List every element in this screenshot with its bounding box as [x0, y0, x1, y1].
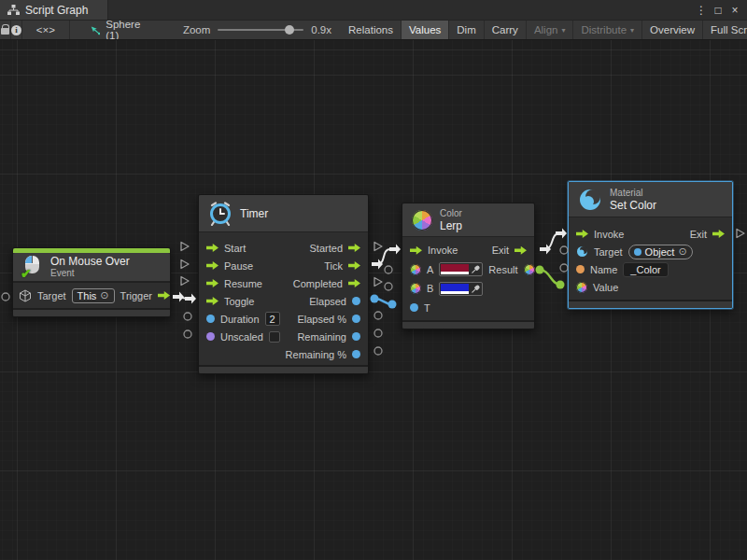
- port-label-invoke: Invoke: [428, 245, 458, 256]
- color-a-swatch[interactable]: [441, 264, 469, 274]
- port-triangle[interactable]: [181, 260, 189, 269]
- wire-tick-to-invoke[interactable]: [377, 249, 390, 264]
- port-circle[interactable]: [560, 246, 568, 254]
- flow-arrow-icon[interactable]: [514, 246, 527, 255]
- relations-button[interactable]: Relations: [341, 21, 402, 39]
- wire-result-to-value[interactable]: [536, 266, 565, 289]
- flow-arrow-icon[interactable]: [158, 291, 170, 300]
- target-value-field[interactable]: This ⊙: [72, 288, 115, 303]
- flow-arrow-icon[interactable]: [206, 261, 218, 270]
- maximize-icon[interactable]: □: [712, 1, 725, 20]
- float-port-icon[interactable]: [352, 332, 360, 341]
- tab-script-graph[interactable]: Script Graph: [0, 0, 108, 20]
- flow-arrow-icon[interactable]: [348, 244, 360, 252]
- dim-button[interactable]: Dim: [449, 21, 484, 39]
- selection-context[interactable]: Sphere (1): [70, 21, 153, 39]
- menu-icon[interactable]: ⋮: [695, 1, 708, 20]
- port-label-name: Name: [590, 264, 617, 275]
- name-value-field[interactable]: _Color: [623, 262, 668, 277]
- zoom-value: 0.9x: [311, 24, 331, 35]
- bool-port-icon[interactable]: [206, 332, 215, 341]
- color-port-icon[interactable]: [524, 264, 535, 275]
- port-label-toggle: Toggle: [224, 296, 254, 307]
- port-triangle[interactable]: [374, 278, 382, 287]
- float-port-icon[interactable]: [352, 297, 360, 305]
- values-button[interactable]: Values: [402, 21, 449, 39]
- port-label-pause: Pause: [224, 260, 253, 272]
- color-a-field[interactable]: [439, 262, 483, 276]
- float-port-icon[interactable]: [352, 315, 360, 323]
- unscaled-checkbox[interactable]: [269, 331, 280, 343]
- eyedropper-icon[interactable]: [469, 263, 482, 275]
- flow-arrow-icon[interactable]: [206, 297, 218, 305]
- color-port-icon[interactable]: [410, 283, 421, 294]
- port-circle[interactable]: [385, 266, 392, 273]
- color-b-swatch[interactable]: [441, 284, 469, 294]
- distribute-dropdown[interactable]: Distribute ▾: [573, 21, 642, 39]
- flow-arrow-icon[interactable]: [206, 244, 218, 252]
- color-b-field[interactable]: [439, 282, 483, 296]
- overview-button[interactable]: Overview: [642, 21, 703, 39]
- port-circle[interactable]: [385, 283, 392, 290]
- zoom-control: Zoom 0.9x: [153, 21, 341, 39]
- port-circle[interactable]: [2, 293, 9, 301]
- gameobject-cube-icon: [19, 289, 32, 302]
- zoom-slider[interactable]: [218, 29, 303, 31]
- port-triangle[interactable]: [181, 277, 189, 286]
- node-color-lerp[interactable]: Color Lerp Invoke Exit A: [402, 203, 535, 329]
- zoom-slider-handle[interactable]: [285, 25, 294, 35]
- eyedropper-icon[interactable]: [469, 283, 482, 295]
- object-picker-icon[interactable]: ⊙: [100, 289, 108, 301]
- port-circle[interactable]: [374, 347, 382, 355]
- wire-elapsed-to-t[interactable]: [371, 295, 397, 309]
- color-port-icon[interactable]: [410, 264, 421, 275]
- lock-button[interactable]: [0, 21, 11, 39]
- toolbar-right-group: Relations Values Dim Carry Align ▾ Distr…: [341, 21, 747, 39]
- node-on-mouse-over[interactable]: ✔ On Mouse Over Event Target This: [12, 247, 171, 317]
- port-triangle[interactable]: [737, 230, 744, 238]
- string-port-icon[interactable]: [576, 265, 585, 273]
- node-header[interactable]: Material Set Color: [569, 182, 732, 217]
- float-port-icon[interactable]: [206, 315, 215, 323]
- wire-exit-to-invoke[interactable]: [544, 233, 559, 249]
- port-label-b: B: [427, 283, 433, 294]
- port-circle[interactable]: [560, 264, 568, 272]
- flow-arrow-icon[interactable]: [348, 261, 360, 270]
- node-footer: [402, 320, 534, 329]
- cursor-icon: [91, 24, 100, 36]
- carry-button[interactable]: Carry: [485, 21, 527, 39]
- edit-graph-button[interactable]: <×>: [22, 21, 70, 39]
- graph-canvas[interactable]: ✔ On Mouse Over Event Target This: [0, 40, 747, 560]
- node-header[interactable]: ✔ On Mouse Over Event: [13, 253, 170, 282]
- flow-arrow-icon[interactable]: [712, 230, 725, 238]
- title-bar: Script Graph ⋮ □ ×: [0, 0, 747, 20]
- flow-arrow-icon[interactable]: [410, 246, 422, 255]
- target-object-field[interactable]: Object ⊙: [628, 245, 693, 259]
- wire-trigger-to-toggle[interactable]: [176, 297, 188, 299]
- float-port-icon[interactable]: [410, 303, 418, 312]
- flow-arrow-icon[interactable]: [576, 230, 588, 238]
- node-set-color[interactable]: Material Set Color Invoke Exit Target: [568, 181, 733, 309]
- object-picker-icon[interactable]: ⊙: [678, 245, 686, 258]
- port-circle[interactable]: [374, 312, 382, 319]
- port-triangle[interactable]: [374, 243, 382, 251]
- flow-arrow-icon[interactable]: [206, 279, 218, 287]
- chevron-down-icon: ▾: [630, 26, 634, 35]
- port-circle[interactable]: [184, 330, 191, 338]
- material-port-icon[interactable]: [576, 245, 588, 258]
- align-dropdown[interactable]: Align ▾: [527, 21, 574, 39]
- float-port-icon[interactable]: [352, 350, 360, 358]
- node-header[interactable]: Timer: [199, 195, 368, 232]
- port-circle[interactable]: [184, 313, 191, 320]
- duration-value-field[interactable]: 2: [265, 312, 280, 326]
- color-port-icon[interactable]: [576, 282, 587, 293]
- flow-arrow-icon[interactable]: [348, 279, 360, 287]
- fullscreen-button[interactable]: Full Scre: [703, 21, 747, 39]
- port-triangle[interactable]: [181, 243, 189, 251]
- node-timer[interactable]: Timer Start Started Pause Tick: [198, 194, 369, 374]
- node-header[interactable]: Color Lerp: [402, 203, 534, 237]
- port-circle[interactable]: [374, 329, 382, 337]
- info-button[interactable]: i: [11, 21, 22, 39]
- close-icon[interactable]: ×: [728, 1, 741, 20]
- port-label-unscaled: Unscaled: [220, 331, 263, 343]
